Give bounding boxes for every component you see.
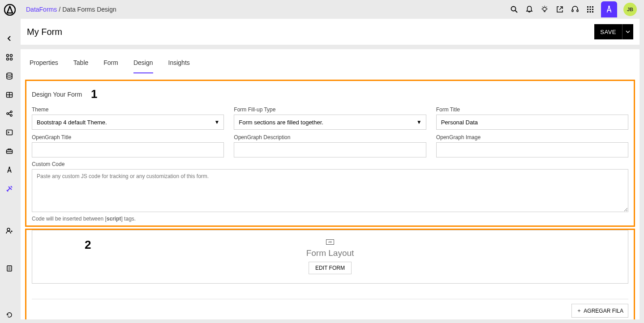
og-desc-field: OpenGraph Description bbox=[234, 134, 426, 157]
user-avatar[interactable]: JB bbox=[623, 3, 637, 16]
svg-line-12 bbox=[9, 112, 10, 113]
collapse-icon[interactable] bbox=[5, 34, 14, 43]
svg-point-45 bbox=[608, 6, 610, 7]
plus-icon: ＋ bbox=[576, 307, 582, 314]
custom-code-label: Custom Code bbox=[32, 161, 628, 167]
tab-properties[interactable]: Properties bbox=[30, 59, 58, 73]
tabs: Properties Table Form Design Insights bbox=[21, 49, 640, 73]
top-right-icons: JB bbox=[510, 1, 637, 17]
book-icon[interactable] bbox=[5, 264, 14, 273]
callout-1: 1 bbox=[91, 87, 97, 101]
svg-line-30 bbox=[547, 7, 547, 7]
design-section-highlight: Design Your Form 1 Theme ▼ Form Fill-up … bbox=[25, 80, 635, 227]
top-bar: DataForms / Data Forms Design bbox=[19, 0, 644, 19]
users-icon[interactable] bbox=[5, 226, 14, 235]
add-row-label: AGREGAR FILA bbox=[584, 308, 623, 314]
tab-table[interactable]: Table bbox=[73, 59, 88, 73]
theme-select[interactable] bbox=[32, 115, 224, 130]
bell-icon[interactable] bbox=[525, 5, 534, 14]
tab-insights[interactable]: Insights bbox=[168, 59, 190, 73]
refresh-icon[interactable] bbox=[5, 310, 14, 319]
svg-point-24 bbox=[511, 7, 516, 11]
og-image-label: OpenGraph Image bbox=[436, 134, 628, 140]
left-sidebar bbox=[0, 21, 19, 323]
svg-line-25 bbox=[515, 11, 518, 13]
callout-2: 2 bbox=[85, 238, 91, 252]
form-title-input[interactable] bbox=[436, 115, 628, 130]
svg-point-9 bbox=[7, 113, 9, 115]
svg-point-4 bbox=[10, 58, 13, 60]
og-desc-label: OpenGraph Description bbox=[234, 134, 426, 140]
svg-point-26 bbox=[543, 7, 546, 11]
svg-point-11 bbox=[10, 115, 12, 116]
external-link-icon[interactable] bbox=[555, 5, 564, 14]
custom-code-hint: Code will be inserted between [script] t… bbox=[32, 216, 628, 222]
fillup-select[interactable] bbox=[234, 115, 426, 130]
save-button[interactable]: SAVE bbox=[594, 24, 633, 39]
svg-rect-44 bbox=[592, 11, 593, 13]
svg-rect-42 bbox=[587, 11, 588, 13]
compass-accent-icon[interactable] bbox=[601, 1, 617, 17]
tab-form[interactable]: Form bbox=[103, 59, 118, 73]
edit-form-button[interactable]: EDIT FORM bbox=[309, 262, 352, 274]
tools-icon[interactable] bbox=[5, 184, 14, 193]
custom-code-textarea[interactable] bbox=[32, 169, 628, 212]
form-layout-icon: AB bbox=[326, 239, 334, 245]
headset-icon[interactable] bbox=[571, 5, 580, 14]
breadcrumb-parent[interactable]: DataForms bbox=[26, 6, 57, 13]
og-title-input[interactable] bbox=[32, 142, 224, 157]
fillup-field: Form Fill-up Type ▼ bbox=[234, 106, 426, 130]
design-section-title: Design Your Form bbox=[32, 91, 82, 98]
svg-rect-37 bbox=[590, 6, 591, 8]
apps-grid-icon[interactable] bbox=[586, 5, 595, 14]
svg-point-5 bbox=[7, 73, 12, 75]
svg-rect-38 bbox=[592, 6, 593, 8]
grid-icon[interactable] bbox=[5, 90, 14, 99]
page-title: My Form bbox=[27, 27, 594, 37]
svg-point-18 bbox=[7, 228, 10, 231]
og-image-input[interactable] bbox=[436, 142, 628, 157]
svg-point-17 bbox=[9, 167, 10, 168]
svg-rect-40 bbox=[590, 9, 591, 10]
form-layout-placeholder: AB Form Layout EDIT FORM bbox=[32, 230, 628, 284]
form-title-field: Form Title bbox=[436, 106, 628, 130]
compass-icon[interactable] bbox=[5, 166, 14, 174]
tab-design[interactable]: Design bbox=[133, 59, 153, 73]
share-icon[interactable] bbox=[5, 109, 14, 118]
lightbulb-icon[interactable] bbox=[540, 5, 549, 14]
og-desc-input[interactable] bbox=[234, 142, 426, 157]
content-panel: Properties Table Form Design Insights De… bbox=[21, 49, 640, 319]
og-title-label: OpenGraph Title bbox=[32, 134, 224, 140]
theme-label: Theme bbox=[32, 106, 224, 113]
app-logo[interactable] bbox=[4, 4, 16, 16]
svg-line-13 bbox=[9, 114, 10, 115]
svg-rect-43 bbox=[590, 11, 591, 13]
fillup-label: Form Fill-up Type bbox=[234, 106, 426, 113]
database-icon[interactable] bbox=[5, 72, 14, 81]
apps-icon[interactable] bbox=[5, 53, 14, 62]
toolbox-icon[interactable] bbox=[5, 147, 14, 156]
svg-text:AB: AB bbox=[328, 241, 332, 243]
form-layout-heading: Form Layout bbox=[306, 248, 354, 258]
page-header: My Form SAVE bbox=[21, 19, 640, 45]
svg-line-33 bbox=[559, 7, 562, 10]
save-button-label: SAVE bbox=[594, 24, 622, 39]
svg-point-2 bbox=[10, 55, 13, 57]
terminal-icon[interactable] bbox=[5, 128, 14, 137]
og-image-field: OpenGraph Image bbox=[436, 134, 628, 157]
breadcrumb-separator: / bbox=[59, 6, 60, 13]
og-title-field: OpenGraph Title bbox=[32, 134, 224, 157]
search-icon[interactable] bbox=[510, 5, 519, 14]
add-row-button[interactable]: ＋ AGREGAR FILA bbox=[571, 304, 628, 318]
svg-rect-36 bbox=[587, 6, 588, 8]
layout-section-highlight: 2 AB Form Layout EDIT FORM ＋ AGREGAR FIL… bbox=[25, 229, 635, 319]
svg-rect-35 bbox=[577, 10, 578, 12]
svg-point-1 bbox=[7, 55, 9, 57]
theme-field: Theme ▼ bbox=[32, 106, 224, 130]
layout-bottom-bar: ＋ AGREGAR FILA bbox=[32, 299, 628, 318]
svg-point-3 bbox=[7, 58, 9, 60]
svg-rect-34 bbox=[572, 10, 573, 12]
svg-rect-41 bbox=[592, 9, 593, 10]
svg-line-31 bbox=[542, 7, 543, 7]
save-dropdown-icon[interactable] bbox=[622, 24, 633, 39]
